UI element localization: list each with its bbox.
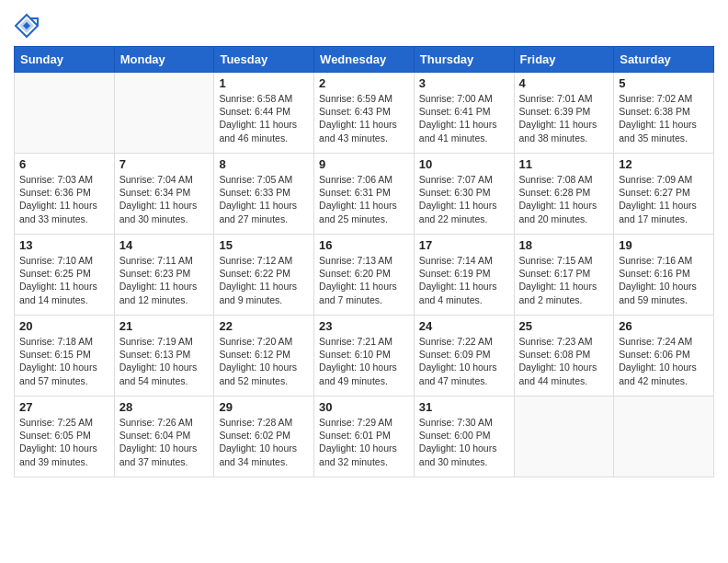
calendar-cell [514, 396, 614, 477]
weekday-header-wednesday: Wednesday [314, 47, 415, 73]
day-info: Sunrise: 6:59 AM Sunset: 6:43 PM Dayligh… [319, 92, 409, 144]
day-info: Sunrise: 7:02 AM Sunset: 6:38 PM Dayligh… [619, 92, 709, 144]
calendar-week-row: 27Sunrise: 7:25 AM Sunset: 6:05 PM Dayli… [15, 396, 714, 477]
calendar-cell: 7Sunrise: 7:04 AM Sunset: 6:34 PM Daylig… [114, 154, 214, 235]
calendar-cell: 30Sunrise: 7:29 AM Sunset: 6:01 PM Dayli… [314, 396, 415, 477]
calendar-cell: 23Sunrise: 7:21 AM Sunset: 6:10 PM Dayli… [314, 316, 415, 396]
day-info: Sunrise: 7:28 AM Sunset: 6:02 PM Dayligh… [219, 416, 309, 468]
calendar-cell: 26Sunrise: 7:24 AM Sunset: 6:06 PM Dayli… [614, 316, 714, 396]
day-number: 9 [319, 157, 409, 171]
calendar-cell: 28Sunrise: 7:26 AM Sunset: 6:04 PM Dayli… [114, 396, 214, 477]
day-info: Sunrise: 7:18 AM Sunset: 6:15 PM Dayligh… [19, 335, 109, 387]
calendar-week-row: 1Sunrise: 6:58 AM Sunset: 6:44 PM Daylig… [15, 73, 714, 154]
weekday-header-monday: Monday [114, 47, 214, 73]
day-number: 27 [19, 400, 109, 414]
day-number: 28 [119, 400, 210, 414]
calendar-cell [614, 396, 714, 477]
calendar-cell [15, 73, 115, 154]
day-number: 23 [319, 319, 409, 333]
calendar-cell [114, 73, 214, 154]
day-info: Sunrise: 7:25 AM Sunset: 6:05 PM Dayligh… [19, 416, 109, 468]
day-number: 4 [519, 76, 609, 90]
calendar-week-row: 13Sunrise: 7:10 AM Sunset: 6:25 PM Dayli… [15, 235, 714, 316]
day-info: Sunrise: 7:07 AM Sunset: 6:30 PM Dayligh… [419, 173, 509, 225]
day-info: Sunrise: 7:09 AM Sunset: 6:27 PM Dayligh… [619, 173, 709, 225]
calendar-cell: 13Sunrise: 7:10 AM Sunset: 6:25 PM Dayli… [15, 235, 115, 316]
day-info: Sunrise: 7:20 AM Sunset: 6:12 PM Dayligh… [219, 335, 309, 387]
day-info: Sunrise: 7:06 AM Sunset: 6:31 PM Dayligh… [319, 173, 409, 225]
calendar-cell: 20Sunrise: 7:18 AM Sunset: 6:15 PM Dayli… [15, 316, 115, 396]
day-info: Sunrise: 7:26 AM Sunset: 6:04 PM Dayligh… [119, 416, 210, 468]
day-info: Sunrise: 7:04 AM Sunset: 6:34 PM Dayligh… [119, 173, 210, 225]
calendar-cell: 14Sunrise: 7:11 AM Sunset: 6:23 PM Dayli… [114, 235, 214, 316]
day-number: 24 [419, 319, 509, 333]
day-number: 16 [319, 238, 409, 252]
calendar-cell: 9Sunrise: 7:06 AM Sunset: 6:31 PM Daylig… [314, 154, 415, 235]
calendar-cell: 29Sunrise: 7:28 AM Sunset: 6:02 PM Dayli… [214, 396, 314, 477]
day-info: Sunrise: 7:00 AM Sunset: 6:41 PM Dayligh… [419, 92, 509, 144]
day-number: 7 [119, 157, 210, 171]
day-info: Sunrise: 7:23 AM Sunset: 6:08 PM Dayligh… [519, 335, 609, 387]
calendar-cell: 10Sunrise: 7:07 AM Sunset: 6:30 PM Dayli… [414, 154, 514, 235]
calendar-cell: 6Sunrise: 7:03 AM Sunset: 6:36 PM Daylig… [15, 154, 115, 235]
day-number: 5 [619, 76, 709, 90]
calendar-cell: 8Sunrise: 7:05 AM Sunset: 6:33 PM Daylig… [214, 154, 314, 235]
day-info: Sunrise: 7:12 AM Sunset: 6:22 PM Dayligh… [219, 254, 309, 306]
day-number: 31 [419, 400, 509, 414]
day-number: 18 [519, 238, 609, 252]
weekday-header-thursday: Thursday [414, 47, 514, 73]
weekday-header-friday: Friday [514, 47, 614, 73]
calendar-cell: 11Sunrise: 7:08 AM Sunset: 6:28 PM Dayli… [514, 154, 614, 235]
day-number: 11 [519, 157, 609, 171]
day-number: 17 [419, 238, 509, 252]
calendar-cell: 12Sunrise: 7:09 AM Sunset: 6:27 PM Dayli… [614, 154, 714, 235]
calendar-week-row: 6Sunrise: 7:03 AM Sunset: 6:36 PM Daylig… [15, 154, 714, 235]
day-info: Sunrise: 7:01 AM Sunset: 6:39 PM Dayligh… [519, 92, 609, 144]
day-number: 1 [219, 76, 309, 90]
calendar-cell: 17Sunrise: 7:14 AM Sunset: 6:19 PM Dayli… [414, 235, 514, 316]
calendar-cell: 1Sunrise: 6:58 AM Sunset: 6:44 PM Daylig… [214, 73, 314, 154]
calendar-cell: 18Sunrise: 7:15 AM Sunset: 6:17 PM Dayli… [514, 235, 614, 316]
calendar-cell: 25Sunrise: 7:23 AM Sunset: 6:08 PM Dayli… [514, 316, 614, 396]
day-number: 2 [319, 76, 409, 90]
weekday-header-sunday: Sunday [15, 47, 115, 73]
day-info: Sunrise: 7:14 AM Sunset: 6:19 PM Dayligh… [419, 254, 509, 306]
day-number: 20 [19, 319, 109, 333]
day-info: Sunrise: 7:29 AM Sunset: 6:01 PM Dayligh… [319, 416, 409, 468]
page: SundayMondayTuesdayWednesdayThursdayFrid… [0, 0, 728, 563]
day-info: Sunrise: 7:19 AM Sunset: 6:13 PM Dayligh… [119, 335, 210, 387]
day-number: 30 [319, 400, 409, 414]
header [14, 9, 714, 39]
calendar-cell: 21Sunrise: 7:19 AM Sunset: 6:13 PM Dayli… [114, 316, 214, 396]
logo-icon [14, 13, 40, 39]
day-info: Sunrise: 7:13 AM Sunset: 6:20 PM Dayligh… [319, 254, 409, 306]
day-info: Sunrise: 7:10 AM Sunset: 6:25 PM Dayligh… [19, 254, 109, 306]
day-number: 19 [619, 238, 709, 252]
day-number: 22 [219, 319, 309, 333]
day-info: Sunrise: 7:22 AM Sunset: 6:09 PM Dayligh… [419, 335, 509, 387]
day-info: Sunrise: 7:30 AM Sunset: 6:00 PM Dayligh… [419, 416, 509, 468]
weekday-header-row: SundayMondayTuesdayWednesdayThursdayFrid… [15, 47, 714, 73]
calendar-cell: 22Sunrise: 7:20 AM Sunset: 6:12 PM Dayli… [214, 316, 314, 396]
day-number: 21 [119, 319, 210, 333]
day-info: Sunrise: 7:11 AM Sunset: 6:23 PM Dayligh… [119, 254, 210, 306]
calendar-week-row: 20Sunrise: 7:18 AM Sunset: 6:15 PM Dayli… [15, 316, 714, 396]
day-number: 29 [219, 400, 309, 414]
calendar-cell: 2Sunrise: 6:59 AM Sunset: 6:43 PM Daylig… [314, 73, 415, 154]
calendar-cell: 27Sunrise: 7:25 AM Sunset: 6:05 PM Dayli… [15, 396, 115, 477]
calendar-cell: 31Sunrise: 7:30 AM Sunset: 6:00 PM Dayli… [414, 396, 514, 477]
day-info: Sunrise: 7:24 AM Sunset: 6:06 PM Dayligh… [619, 335, 709, 387]
day-number: 3 [419, 76, 509, 90]
day-number: 13 [19, 238, 109, 252]
day-number: 10 [419, 157, 509, 171]
calendar-cell: 24Sunrise: 7:22 AM Sunset: 6:09 PM Dayli… [414, 316, 514, 396]
day-number: 12 [619, 157, 709, 171]
calendar-cell: 4Sunrise: 7:01 AM Sunset: 6:39 PM Daylig… [514, 73, 614, 154]
calendar-cell: 15Sunrise: 7:12 AM Sunset: 6:22 PM Dayli… [214, 235, 314, 316]
day-info: Sunrise: 7:08 AM Sunset: 6:28 PM Dayligh… [519, 173, 609, 225]
weekday-header-saturday: Saturday [614, 47, 714, 73]
day-number: 15 [219, 238, 309, 252]
weekday-header-tuesday: Tuesday [214, 47, 314, 73]
calendar-cell: 5Sunrise: 7:02 AM Sunset: 6:38 PM Daylig… [614, 73, 714, 154]
calendar-cell: 19Sunrise: 7:16 AM Sunset: 6:16 PM Dayli… [614, 235, 714, 316]
